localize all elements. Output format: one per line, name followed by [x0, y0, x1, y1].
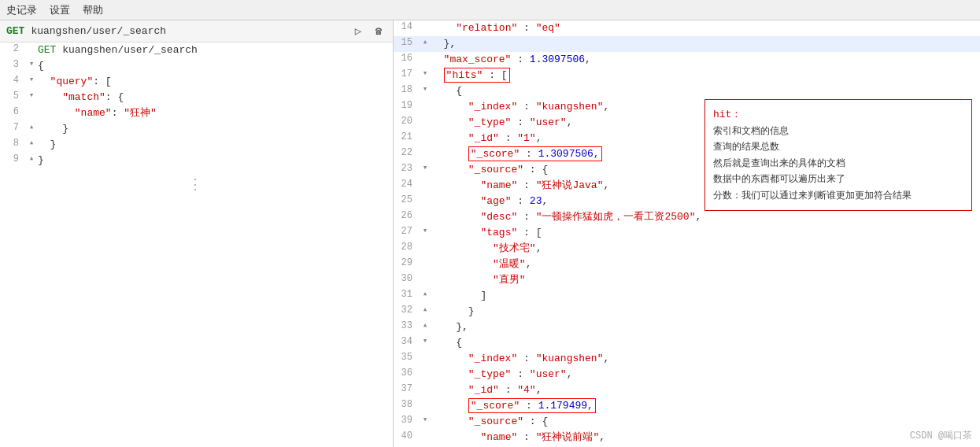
code-line: 9 ▴ }: [0, 153, 393, 168]
right-code-line: 36 "_type" : "user",: [394, 367, 980, 382]
menu-settings[interactable]: 设置: [50, 3, 70, 17]
right-code-line: 15 ▴ },: [394, 36, 980, 52]
annotation-line-5: 分数：我们可以通过来判断谁更加更加符合结果: [713, 188, 963, 204]
main-layout: GET kuangshen/user/_search ▷ ☎ 2 GET kua…: [0, 20, 980, 447]
right-code-line: 16 "max_score" : 1.3097506,: [394, 52, 980, 68]
http-method: GET: [6, 25, 24, 37]
toolbar-icons: ▷ ☎: [350, 24, 386, 39]
left-toolbar: GET kuangshen/user/_search ▷ ☎: [0, 20, 393, 42]
annotation-line-4: 数据中的东西都可以遍历出来了: [713, 172, 963, 187]
menubar: 史记录 设置 帮助: [0, 0, 980, 20]
history-button[interactable]: ☎: [371, 24, 386, 39]
left-code-area[interactable]: 2 GET kuangshen/user/_search 3 ▾ { 4 ▾ "…: [0, 42, 393, 447]
right-code-line: 30 "直男": [394, 272, 980, 288]
code-line: 4 ▾ "query": [: [0, 74, 393, 90]
right-code-line: 33 ▴ },: [394, 320, 980, 335]
code-line: 8 ▴ }: [0, 137, 393, 153]
annotation-box: hit： 索引和文档的信息 查询的结果总数 然后就是查询出来的具体的文档 数据中…: [704, 99, 972, 211]
right-code-line: 28 "技术宅",: [394, 241, 980, 257]
right-code-line: 14 "relation" : "eq": [394, 20, 980, 36]
code-line: 2 GET kuangshen/user/_search: [0, 42, 393, 58]
right-code-line: 29 "温暖",: [394, 257, 980, 272]
run-button[interactable]: ▷: [350, 24, 366, 39]
right-panel: 14 "relation" : "eq" 15 ▴ }, 16 "max_sco…: [394, 20, 980, 447]
menu-help[interactable]: 帮助: [83, 3, 103, 17]
code-line: 6 "name": "狂神": [0, 105, 393, 121]
annotation-line-1: 索引和文档的信息: [713, 124, 963, 139]
right-code-line: 26 "desc" : "一顿操作猛如虎，一看工资2500",: [394, 209, 980, 225]
code-line: 7 ▴ }: [0, 121, 393, 137]
right-code-line: 27 ▾ "tags" : [: [394, 225, 980, 241]
right-code-line-score2: 38 "_score" : 1.179499,: [394, 398, 980, 414]
right-code-line: 34 ▾ {: [394, 335, 980, 351]
right-code-line: 18 ▾ {: [394, 83, 980, 99]
right-code-line: 32 ▴ }: [394, 304, 980, 320]
request-url: kuangshen/user/_search: [31, 25, 344, 37]
right-code-area[interactable]: 14 "relation" : "eq" 15 ▴ }, 16 "max_sco…: [394, 20, 980, 447]
code-line: 5 ▾ "match": {: [0, 90, 393, 105]
code-line: 3 ▾ {: [0, 58, 393, 74]
menu-history[interactable]: 史记录: [6, 3, 37, 17]
annotation-title: hit：: [713, 106, 963, 124]
annotation-line-2: 查询的结果总数: [713, 139, 963, 155]
right-code-line: 31 ▴ ]: [394, 288, 980, 304]
collapsed-indicator: ⋮: [0, 168, 393, 200]
left-panel: GET kuangshen/user/_search ▷ ☎ 2 GET kua…: [0, 20, 394, 447]
watermark: CSDN @喝口茶: [910, 429, 972, 442]
right-code-line: 37 "_id" : "4",: [394, 382, 980, 398]
right-code-line-hits: 17 ▾ "hits" : [: [394, 68, 980, 83]
annotation-line-3: 然后就是查询出来的具体的文档: [713, 156, 963, 172]
right-code-line: 39 ▾ "_source" : {: [394, 414, 980, 430]
right-code-line: 35 "_index" : "kuangshen",: [394, 351, 980, 367]
right-code-line: 40 "name" : "狂神说前端",: [394, 430, 980, 445]
